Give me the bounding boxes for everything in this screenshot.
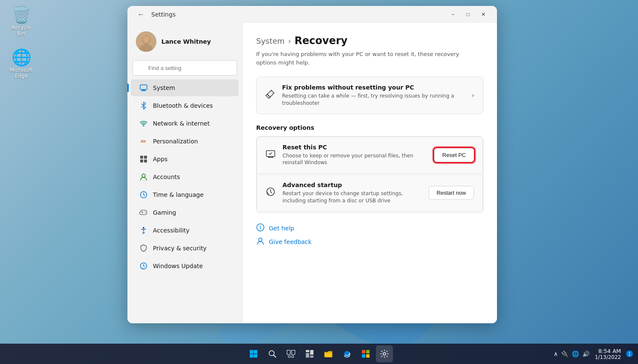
notification-badge[interactable]: 1 — [626, 350, 633, 357]
sidebar-item-network[interactable]: Network & internet — [131, 115, 239, 132]
sidebar-item-windows-update[interactable]: Windows Update — [131, 258, 239, 274]
svg-rect-39 — [325, 353, 332, 357]
breadcrumb-parent: System — [256, 36, 285, 45]
sidebar-item-bluetooth[interactable]: Bluetooth & devices — [131, 97, 239, 114]
maximize-button[interactable]: □ — [461, 9, 475, 20]
sidebar-item-apps[interactable]: Apps — [131, 151, 239, 168]
taskbar-search-button[interactable] — [264, 345, 281, 362]
taskbar-edge-button[interactable] — [339, 345, 356, 362]
taskbar-sys-icons: ∧ 🔌 🌐 🔊 — [550, 350, 593, 357]
taskbar-store-button[interactable] — [357, 345, 374, 362]
svg-point-18 — [143, 227, 144, 229]
edge-image: 🌐 — [11, 49, 31, 65]
recycle-bin-icon[interactable]: 🗑️ Recycle Bin — [4, 4, 38, 39]
svg-point-17 — [145, 212, 146, 213]
accounts-icon — [139, 173, 148, 181]
svg-rect-26 — [254, 350, 258, 354]
sidebar-item-time[interactable]: Time & language — [131, 186, 239, 203]
give-feedback-link[interactable]: Give feedback — [256, 237, 483, 247]
svg-point-7 — [143, 125, 144, 126]
get-help-link[interactable]: Get help — [256, 223, 483, 233]
sidebar-item-label-windows-update: Windows Update — [153, 263, 203, 269]
advanced-startup-icon — [265, 187, 276, 199]
recovery-options-title: Recovery options — [256, 124, 483, 131]
svg-rect-6 — [141, 91, 146, 91]
svg-point-24 — [259, 238, 262, 241]
search-wrapper: 🔍 — [133, 60, 237, 76]
sidebar-item-system[interactable]: System — [131, 79, 239, 96]
restart-now-button[interactable]: Restart now — [429, 186, 474, 200]
user-profile[interactable]: Lance Whitney — [127, 26, 242, 57]
advanced-startup-title: Advanced startup — [282, 182, 422, 188]
svg-rect-28 — [254, 354, 258, 358]
advanced-startup-desc: Restart your device to change startup se… — [282, 190, 422, 204]
advanced-startup-text: Advanced startup Restart your device to … — [282, 182, 422, 204]
window-body: Lance Whitney 🔍 — [127, 23, 497, 323]
sidebar-item-personalization[interactable]: ✏️ Personalization — [131, 133, 239, 150]
recycle-bin-image: 🗑️ — [11, 7, 31, 23]
taskbar-widgets-button[interactable] — [301, 345, 318, 362]
windows-update-icon — [139, 262, 148, 270]
taskbar-explorer-button[interactable] — [320, 345, 337, 362]
fix-problems-icon — [265, 89, 275, 102]
help-links: Get help Give feedback — [256, 223, 483, 247]
fix-problems-card[interactable]: Fix problems without resetting your PC R… — [256, 77, 483, 114]
svg-point-12 — [142, 174, 145, 177]
chevron-up-icon[interactable]: ∧ — [553, 350, 558, 357]
advanced-startup-card: Advanced startup Restart your device to … — [257, 174, 483, 212]
svg-rect-43 — [366, 354, 370, 358]
sidebar-item-privacy[interactable]: Privacy & security — [131, 240, 239, 257]
clock-time: 8:54 AM — [595, 348, 621, 354]
title-bar: ← Settings − □ ✕ — [127, 6, 497, 23]
fix-card-desc: Resetting can take a while — first, try … — [282, 92, 465, 107]
sidebar-item-label-personalization: Personalization — [153, 138, 198, 145]
reset-pc-button[interactable]: Reset PC — [434, 148, 474, 162]
taskbar: ∧ 🔌 🌐 🔊 8:54 AM 1/13/2022 1 — [0, 344, 638, 364]
svg-rect-32 — [292, 350, 295, 355]
recycle-bin-label: Recycle Bin — [7, 25, 36, 36]
page-description: If you're having problems with your PC o… — [256, 50, 477, 67]
svg-line-30 — [274, 355, 276, 357]
sidebar-item-label-gaming: Gaming — [153, 209, 176, 216]
close-button[interactable]: ✕ — [477, 9, 490, 20]
window-title: Settings — [151, 11, 446, 18]
svg-rect-33 — [288, 356, 291, 358]
svg-rect-25 — [250, 350, 254, 354]
sidebar-item-gaming[interactable]: Gaming — [131, 204, 239, 221]
network-status-icon[interactable]: 🌐 — [572, 350, 579, 357]
give-feedback-icon — [256, 237, 265, 247]
search-input[interactable] — [133, 60, 237, 76]
volume-icon[interactable]: 🔊 — [582, 350, 590, 357]
svg-point-3 — [143, 36, 150, 43]
svg-rect-27 — [250, 354, 254, 358]
accessibility-icon — [139, 226, 148, 235]
breadcrumb-separator: › — [288, 36, 291, 45]
reset-pc-title: Reset this PC — [282, 144, 427, 151]
back-button[interactable]: ← — [134, 9, 148, 20]
search-container: 🔍 — [127, 60, 242, 76]
clock-date: 1/13/2022 — [595, 354, 621, 360]
sidebar-item-accessibility[interactable]: Accessibility — [131, 222, 239, 239]
svg-point-23 — [260, 226, 261, 227]
reset-this-pc-card: Reset this PC Choose to keep or remove y… — [257, 137, 483, 174]
sidebar-item-label-bluetooth: Bluetooth & devices — [153, 102, 213, 109]
get-help-label: Get help — [269, 225, 294, 232]
user-name: Lance Whitney — [161, 38, 211, 45]
reset-pc-desc: Choose to keep or remove your personal f… — [282, 152, 427, 167]
network-icon — [139, 119, 148, 128]
taskbar-taskview-button[interactable] — [282, 345, 299, 362]
taskbar-settings-button[interactable] — [376, 345, 393, 362]
start-button[interactable] — [245, 345, 262, 362]
taskbar-clock[interactable]: 8:54 AM 1/13/2022 — [595, 348, 621, 360]
svg-rect-8 — [140, 156, 143, 159]
minimize-button[interactable]: − — [446, 9, 460, 20]
edge-label: Microsoft Edge — [7, 67, 36, 79]
sidebar-item-accounts[interactable]: Accounts — [131, 168, 239, 185]
svg-point-16 — [144, 211, 145, 212]
time-icon — [139, 190, 148, 199]
sidebar: Lance Whitney 🔍 — [127, 23, 242, 323]
window-controls: − □ ✕ — [446, 9, 490, 20]
svg-rect-11 — [144, 160, 147, 162]
microsoft-edge-icon[interactable]: 🌐 Microsoft Edge — [4, 47, 38, 81]
svg-point-44 — [383, 353, 386, 355]
